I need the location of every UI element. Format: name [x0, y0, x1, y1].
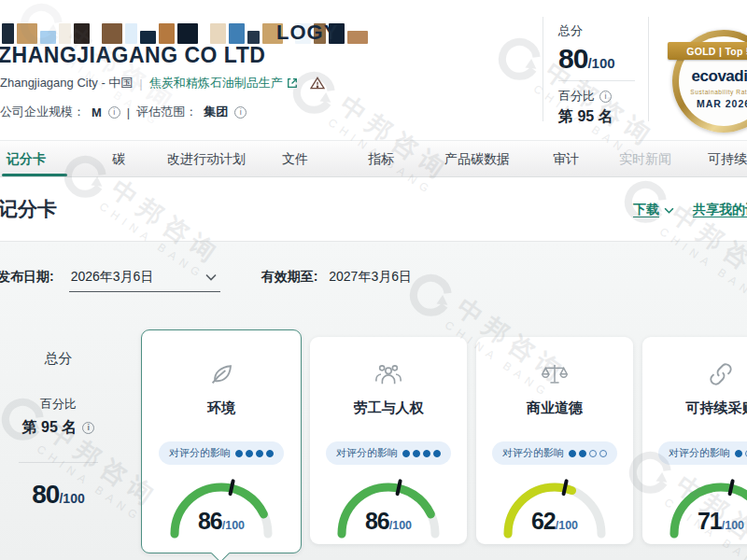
chevron-down-icon — [205, 273, 217, 281]
impact-pill: 对评分的影响 — [159, 441, 284, 465]
selected-card-pointer — [211, 544, 230, 560]
card-score: 86 — [365, 508, 389, 534]
card-score-denominator: /100 — [556, 519, 578, 532]
card-score-denominator: /100 — [389, 519, 412, 532]
card-score: 62 — [531, 508, 556, 534]
tab-documents[interactable]: 文件 — [282, 141, 308, 178]
active-tab-indicator — [2, 174, 67, 176]
badge-subtitle: Sustainability Rating — [690, 89, 747, 95]
info-icon[interactable]: i — [82, 422, 94, 434]
overall-score-box: 总分 80/100 百分比 i 第 95 名 — [543, 17, 649, 121]
industry-link[interactable]: 焦炭和精炼石油制品生产 — [149, 75, 298, 91]
tab-improvement-plan[interactable]: 改进行动计划 — [167, 141, 246, 178]
warning-icon[interactable] — [310, 77, 325, 90]
impact-pill: 对评分的影响 — [658, 441, 747, 465]
score-gauge: 86/100 — [163, 474, 279, 543]
tab-scorecard[interactable]: 记分卡 — [7, 141, 46, 178]
page-header: LOGY ZHANGJIAGANG CO LTD Zhangjiagang Ci… — [0, 0, 747, 140]
tab-audit[interactable]: 审计 — [553, 141, 579, 178]
card-title: 商业道德 — [476, 399, 633, 417]
divider: | — [127, 105, 130, 119]
category-card-labor-human-rights[interactable]: 劳工与人权 对评分的影响 86/100 — [310, 337, 467, 544]
card-score: 71 — [698, 508, 722, 534]
category-card-sustainable-procurement[interactable]: 可持续采购 对评分的影响 71/100 — [642, 337, 747, 544]
score-gauge: 86/100 — [331, 474, 446, 543]
page-title: 记分卡 — [0, 196, 57, 222]
company-name: ZHANGJIAGANG CO LTD — [0, 43, 265, 68]
company-name-suffix: LOGY — [276, 21, 338, 45]
ecovadis-logo: ecovadis — [692, 67, 747, 86]
score-gauge: 71/100 — [663, 474, 747, 543]
download-button[interactable]: 下载 — [633, 202, 674, 218]
scope-value: 集团 — [204, 104, 228, 120]
tab-indicators[interactable]: 指标 — [368, 141, 394, 178]
impact-dots — [735, 450, 747, 457]
tab-product-carbon-data[interactable]: 产品碳数据 — [444, 141, 510, 178]
card-score: 86 — [198, 508, 222, 534]
tab-sustainability[interactable]: 可持续发展 — [708, 141, 747, 178]
scales-icon — [476, 360, 633, 390]
scorecard-content: 发布日期: 2026年3月6日 有效期至: 2027年3月6日 总分 百分比 第… — [0, 241, 747, 560]
share-scorecard-button[interactable]: 共享我的记分卡 — [693, 202, 747, 218]
total-score-label: 总分 — [0, 350, 117, 368]
percentile-rank: 第 95 名 — [22, 418, 78, 438]
leaf-icon — [142, 360, 301, 390]
score-gauge: 62/100 — [497, 474, 613, 543]
valid-until-label: 有效期至: — [261, 269, 318, 284]
info-icon[interactable]: i — [108, 106, 120, 119]
publish-date-label: 发布日期: — [0, 265, 54, 286]
divider: | — [139, 77, 142, 91]
card-title: 环境 — [142, 399, 301, 417]
ecovadis-medal: ecovadis Sustainability Rating MAR 2026 … — [672, 30, 747, 133]
total-score-denominator: /100 — [59, 491, 84, 506]
card-title: 劳工与人权 — [310, 399, 467, 417]
company-location: Zhangjiagang City - 中国 — [0, 75, 133, 91]
tab-live-news[interactable]: 实时新闻 — [619, 141, 671, 178]
impact-dots — [402, 450, 441, 457]
percentile-label: 百分比 — [0, 396, 117, 413]
publish-date-dropdown[interactable]: 2026年3月6日 — [69, 265, 220, 292]
total-score-label: 总分 — [558, 22, 648, 39]
category-card-environment[interactable]: 环境 对评分的影响 86/100 — [141, 329, 302, 553]
impact-dots — [235, 450, 274, 457]
total-score-denominator: /100 — [587, 55, 614, 71]
scope-label: 评估范围： — [136, 104, 197, 120]
link-icon — [642, 360, 747, 390]
badge-date: MAR 2026 — [697, 98, 747, 109]
badge-tier: GOLD | Top 5% — [668, 42, 747, 60]
total-score-value: 80 — [32, 480, 59, 509]
impact-pill: 对评分的影响 — [326, 441, 451, 465]
info-icon[interactable]: i — [599, 91, 612, 103]
people-icon — [310, 360, 467, 390]
total-score-value: 80 — [558, 43, 587, 74]
percentile-label: 百分比 — [558, 88, 595, 105]
card-title: 可持续采购 — [642, 399, 747, 417]
card-score-denominator: /100 — [722, 519, 744, 532]
external-link-icon — [287, 77, 298, 89]
category-card-business-ethics[interactable]: 商业道德 对评分的影响 62/100 — [476, 337, 633, 544]
valid-until-value: 2027年3月6日 — [329, 269, 412, 284]
chevron-down-icon — [664, 207, 674, 214]
info-icon[interactable]: i — [234, 106, 247, 119]
toolbar: 记分卡 下载 共享我的记分卡 — [0, 177, 747, 241]
overall-score-panel: 总分 百分比 第 95 名 i 80/100 — [0, 329, 117, 510]
publish-date-value: 2026年3月6日 — [71, 269, 154, 286]
company-size-value: M — [92, 105, 102, 119]
percentile-rank: 第 95 名 — [558, 107, 648, 127]
tab-bar: 记分卡 碳 改进行动计划 文件 指标 产品碳数据 审计 实时新闻 可持续发展 — [0, 140, 747, 177]
impact-pill: 对评分的影响 — [492, 441, 617, 465]
company-size-label: 公司企业规模： — [0, 104, 85, 120]
impact-dots — [569, 450, 607, 457]
tab-carbon[interactable]: 碳 — [112, 141, 125, 178]
card-score-denominator: /100 — [222, 519, 245, 532]
